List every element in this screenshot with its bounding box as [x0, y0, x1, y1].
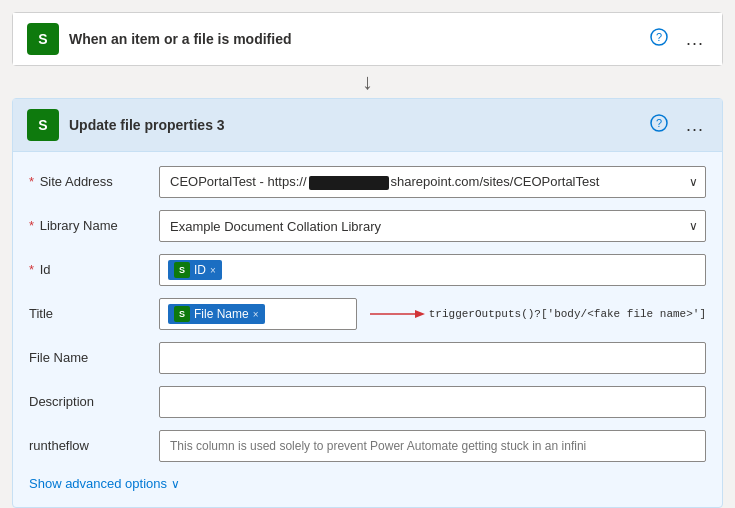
annotation-arrow-icon [365, 306, 425, 322]
file-name-control [159, 342, 706, 374]
id-row: * Id S ID × [13, 248, 722, 292]
library-name-label: * Library Name [29, 210, 159, 233]
runtheflow-row: runtheflow [13, 424, 722, 468]
show-advanced-section: Show advanced options ∨ [13, 468, 722, 499]
title-annotation: triggerOutputs()?['body/<fake file name>… [365, 306, 706, 322]
title-label: Title [29, 298, 159, 321]
id-token-icon: S [174, 262, 190, 278]
chevron-down-icon: ∨ [171, 477, 180, 491]
file-name-label: File Name [29, 342, 159, 365]
masked-url [309, 176, 389, 190]
action-icon: S [27, 109, 59, 141]
title-token-icon: S [174, 306, 190, 322]
trigger-card-header: S When an item or a file is modified ? .… [13, 13, 722, 65]
id-token-field[interactable]: S ID × [159, 254, 706, 286]
library-name-control: Example Document Collation Library ∨ [159, 210, 706, 242]
show-advanced-link[interactable]: Show advanced options ∨ [29, 476, 180, 491]
svg-text:?: ? [656, 31, 662, 43]
runtheflow-control [159, 430, 706, 462]
required-star-site: * [29, 174, 34, 189]
id-token: S ID × [168, 260, 222, 280]
svg-marker-5 [415, 310, 425, 318]
trigger-menu-button[interactable]: ... [682, 27, 708, 52]
title-row-wrapper: S File Name × triggerOutputs()?['body/<f… [159, 298, 706, 330]
id-token-close[interactable]: × [210, 265, 216, 276]
site-address-control: CEOPortalTest - https://sharepoint.com/s… [159, 166, 706, 198]
site-address-label: * Site Address [29, 166, 159, 189]
required-star-id: * [29, 262, 34, 277]
title-token-field[interactable]: S File Name × [159, 298, 357, 330]
action-title: Update file properties 3 [69, 117, 636, 133]
title-token-close[interactable]: × [253, 309, 259, 320]
file-name-row: File Name [13, 336, 722, 380]
annotation-text: triggerOutputs()?['body/<fake file name>… [429, 308, 706, 320]
site-address-row: * Site Address CEOPortalTest - https://s… [13, 160, 722, 204]
action-menu-button[interactable]: ... [682, 113, 708, 138]
id-label: * Id [29, 254, 159, 277]
trigger-title: When an item or a file is modified [69, 31, 636, 47]
title-control: S File Name × triggerOutputs()?['body/<f… [159, 298, 706, 330]
svg-text:?: ? [656, 117, 662, 129]
library-name-row: * Library Name Example Document Collatio… [13, 204, 722, 248]
title-row: Title S File Name × [13, 292, 722, 336]
site-address-dropdown-icon: ∨ [689, 175, 698, 189]
site-address-input[interactable]: CEOPortalTest - https://sharepoint.com/s… [159, 166, 706, 198]
trigger-actions: ? ... [646, 26, 708, 52]
action-card-header: S Update file properties 3 ? ... [13, 99, 722, 152]
action-card-body: * Site Address CEOPortalTest - https://s… [13, 152, 722, 507]
description-input[interactable] [159, 386, 706, 418]
action-help-button[interactable]: ? [646, 112, 672, 138]
description-label: Description [29, 386, 159, 409]
trigger-help-button[interactable]: ? [646, 26, 672, 52]
action-actions: ? ... [646, 112, 708, 138]
runtheflow-input[interactable] [159, 430, 706, 462]
runtheflow-label: runtheflow [29, 430, 159, 453]
required-star-library: * [29, 218, 34, 233]
trigger-card: S When an item or a file is modified ? .… [12, 12, 723, 66]
file-name-input[interactable] [159, 342, 706, 374]
library-name-input[interactable]: Example Document Collation Library ∨ [159, 210, 706, 242]
description-control [159, 386, 706, 418]
action-card: S Update file properties 3 ? ... * Site … [12, 98, 723, 508]
description-row: Description [13, 380, 722, 424]
id-control: S ID × [159, 254, 706, 286]
trigger-icon: S [27, 23, 59, 55]
title-token: S File Name × [168, 304, 265, 324]
flow-arrow: ↓ [362, 66, 373, 98]
library-name-dropdown-icon: ∨ [689, 219, 698, 233]
